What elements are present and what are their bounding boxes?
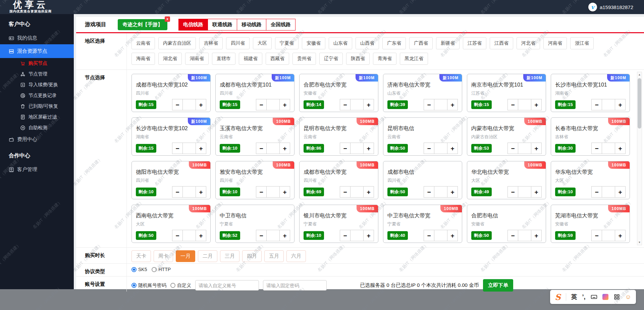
plus-button[interactable]: + bbox=[447, 99, 458, 110]
plus-button[interactable]: + bbox=[280, 230, 290, 241]
scrollbar-thumb[interactable] bbox=[638, 78, 641, 128]
plus-button[interactable]: + bbox=[531, 230, 541, 241]
province-button[interactable]: 江西省 bbox=[490, 37, 513, 49]
province-button[interactable]: 辽宁省 bbox=[319, 53, 343, 65]
province-button[interactable]: 西藏省 bbox=[266, 53, 289, 65]
node-qty-input[interactable] bbox=[182, 143, 196, 154]
minus-button[interactable]: − bbox=[592, 187, 602, 197]
province-button[interactable]: 大区 bbox=[253, 37, 272, 49]
scroll-up-arrow[interactable]: ▲ bbox=[637, 72, 642, 77]
sidebar-item-region-block-filter[interactable]: 地区屏蔽过滤 bbox=[0, 112, 74, 122]
sidebar-item-import-renew[interactable]: 导入续费/更换 bbox=[0, 80, 74, 90]
plus-button[interactable]: + bbox=[364, 230, 374, 241]
province-button[interactable]: 广东省 bbox=[382, 37, 406, 49]
sidebar-item-self-check[interactable]: 自助检测 bbox=[0, 122, 74, 133]
node-qty-input[interactable] bbox=[350, 187, 364, 197]
province-button[interactable]: 江苏省 bbox=[463, 37, 486, 49]
duration-option[interactable]: 五月 bbox=[264, 250, 284, 262]
node-qty-input[interactable] bbox=[434, 230, 447, 241]
duration-option[interactable]: 天卡 bbox=[131, 250, 151, 262]
node-qty-input[interactable] bbox=[350, 99, 364, 110]
minus-button[interactable]: − bbox=[256, 143, 266, 154]
province-button[interactable]: 直辖市 bbox=[212, 53, 235, 65]
plus-button[interactable]: + bbox=[615, 143, 625, 154]
node-qty-input[interactable] bbox=[434, 187, 447, 197]
node-qty-input[interactable] bbox=[602, 143, 615, 154]
plus-button[interactable]: + bbox=[615, 99, 625, 110]
emoji-icon[interactable]: ☺ bbox=[625, 294, 631, 301]
tab-national-line[interactable]: 全国线路 bbox=[266, 19, 296, 31]
province-button[interactable]: 贵州省 bbox=[292, 53, 316, 65]
custom-username-input[interactable] bbox=[195, 280, 259, 291]
minus-button[interactable]: − bbox=[424, 230, 434, 241]
node-qty-input[interactable] bbox=[434, 143, 447, 154]
node-qty-input[interactable] bbox=[350, 143, 364, 154]
lang-english-indicator[interactable]: 英 bbox=[571, 293, 577, 301]
node-qty-input[interactable] bbox=[434, 99, 447, 110]
minus-button[interactable]: − bbox=[508, 230, 518, 241]
sidebar-item-customer-manage[interactable]: 客户管理 bbox=[0, 163, 74, 176]
protocol-option[interactable]: HTTP bbox=[152, 267, 171, 272]
sidebar-item-node-manage[interactable]: 节点管理 bbox=[0, 69, 74, 80]
node-qty-input[interactable] bbox=[602, 230, 615, 241]
tab-telecom-line[interactable]: 电信线路 bbox=[178, 19, 208, 31]
plus-button[interactable]: + bbox=[280, 143, 290, 154]
minus-button[interactable]: − bbox=[172, 143, 182, 154]
minus-button[interactable]: − bbox=[424, 143, 434, 154]
plus-button[interactable]: + bbox=[615, 187, 625, 197]
province-button[interactable]: 山西省 bbox=[356, 37, 379, 49]
sidebar-item-my-info[interactable]: 我的信息 bbox=[0, 32, 74, 44]
account-menu[interactable]: v a15938182872 bbox=[588, 3, 633, 11]
sidebar-item-buy-node[interactable]: 购买节点 bbox=[0, 58, 74, 69]
minus-button[interactable]: − bbox=[172, 99, 182, 110]
selected-game-button[interactable]: 奇迹之剑【手游】 x bbox=[118, 19, 167, 30]
province-button[interactable]: 浙江省 bbox=[570, 37, 594, 49]
province-button[interactable]: 河南省 bbox=[543, 37, 567, 49]
plus-button[interactable]: + bbox=[364, 143, 374, 154]
plus-button[interactable]: + bbox=[196, 187, 206, 197]
duration-option[interactable]: 三月 bbox=[220, 250, 239, 262]
plus-button[interactable]: + bbox=[196, 230, 206, 241]
toolbox-grid-icon[interactable] bbox=[613, 294, 620, 300]
minus-button[interactable]: − bbox=[256, 187, 266, 197]
duration-option[interactable]: 二月 bbox=[198, 250, 217, 262]
province-button[interactable]: 福建省 bbox=[239, 53, 262, 65]
protocol-option[interactable]: SK5 bbox=[131, 267, 147, 272]
minus-button[interactable]: − bbox=[424, 99, 434, 110]
place-order-button[interactable]: 立即下单 bbox=[483, 279, 513, 292]
node-qty-input[interactable] bbox=[182, 230, 196, 241]
account-mode-option[interactable]: 自定义 bbox=[170, 282, 191, 289]
node-qty-input[interactable] bbox=[350, 230, 364, 241]
tab-unicom-line[interactable]: 联通线路 bbox=[208, 19, 237, 31]
duration-option[interactable]: 六月 bbox=[286, 250, 306, 262]
province-button[interactable]: 广西省 bbox=[409, 37, 433, 49]
plus-button[interactable]: + bbox=[531, 143, 541, 154]
plus-button[interactable]: + bbox=[447, 230, 458, 241]
minus-button[interactable]: − bbox=[508, 187, 518, 197]
minus-button[interactable]: − bbox=[592, 230, 602, 241]
node-qty-input[interactable] bbox=[518, 99, 531, 110]
province-button[interactable]: 内蒙古自治区 bbox=[158, 37, 196, 49]
tab-mobile-line[interactable]: 移动线路 bbox=[237, 19, 266, 31]
province-button[interactable]: 海南省 bbox=[131, 53, 155, 65]
minus-button[interactable]: − bbox=[340, 143, 350, 154]
remove-game-icon[interactable]: x bbox=[165, 16, 170, 22]
node-qty-input[interactable] bbox=[518, 187, 531, 197]
node-qty-input[interactable] bbox=[518, 143, 531, 154]
plus-button[interactable]: + bbox=[280, 187, 290, 197]
province-button[interactable]: 黑龙江省 bbox=[400, 53, 428, 65]
duration-option[interactable]: 四月 bbox=[242, 250, 262, 262]
province-button[interactable]: 安徽省 bbox=[302, 37, 325, 49]
node-qty-input[interactable] bbox=[182, 187, 196, 197]
minus-button[interactable]: − bbox=[592, 99, 602, 110]
province-button[interactable]: 四川省 bbox=[226, 37, 250, 49]
duration-option[interactable]: 周卡 bbox=[154, 250, 173, 262]
province-button[interactable]: 云南省 bbox=[131, 37, 155, 49]
punctuation-icon[interactable]: ’, bbox=[582, 294, 586, 301]
province-button[interactable]: 新疆省 bbox=[436, 37, 460, 49]
sidebar-item-mixed-resource-node[interactable]: 混合资源节点 bbox=[0, 44, 74, 58]
plus-button[interactable]: + bbox=[196, 143, 206, 154]
plus-button[interactable]: + bbox=[196, 99, 206, 110]
plus-button[interactable]: + bbox=[615, 230, 625, 241]
province-button[interactable]: 宁夏省 bbox=[275, 37, 299, 49]
